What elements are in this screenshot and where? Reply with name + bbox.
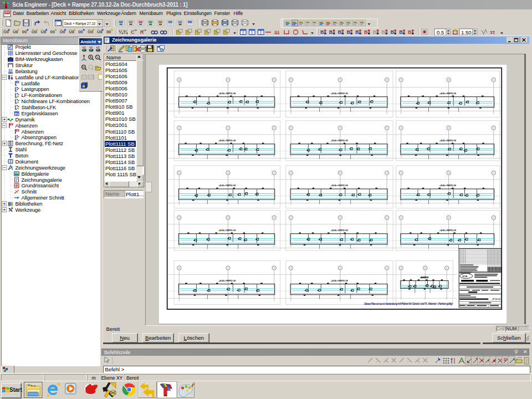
svg-text:Struktur: Struktur — [16, 63, 33, 68]
svg-text:Allgemeiner Schnitt: Allgemeiner Schnitt — [22, 195, 65, 201]
svg-text:B: B — [346, 29, 350, 35]
svg-text:Dieser Plan ist nur in Verbind: Dieser Plan ist nur in Verbindung mit Pl… — [364, 302, 453, 305]
svg-text:Zeichnungswerkzeuge: Zeichnungswerkzeuge — [16, 165, 65, 171]
svg-text:Bildergalerie: Bildergalerie — [22, 171, 49, 177]
svg-text:Stahl: Stahl — [16, 147, 27, 152]
svg-text:+26.80 = FERTIG OK: +26.80 = FERTIG OK — [218, 184, 236, 186]
svg-text:B: B — [373, 29, 377, 35]
svg-text:Deck + Rampe 27.10: Deck + Rampe 27.10 — [64, 21, 96, 26]
svg-text:00: 00 — [106, 29, 111, 34]
svg-text:+26.80 = FERTIG OK: +26.80 = FERTIG OK — [331, 279, 349, 282]
svg-text:Lastfälle: Lastfälle — [22, 81, 40, 86]
svg-text:00: 00 — [78, 29, 83, 34]
svg-text:+26.80 = FERTIG OK: +26.80 = FERTIG OK — [218, 92, 236, 94]
svg-text:B: B — [329, 29, 333, 35]
svg-text:Werkzeuge: Werkzeuge — [16, 207, 41, 213]
svg-text:+26.80 = FERTIG OK: +26.80 = FERTIG OK — [218, 279, 236, 282]
svg-text:1¶: 1¶ — [490, 30, 495, 35]
svg-text:+26.80 = FERTIG OK: +26.80 = FERTIG OK — [439, 139, 457, 141]
svg-text:+26.80 = FERTIG OK: +26.80 = FERTIG OK — [331, 139, 349, 141]
svg-text:Schnitt: Schnitt — [22, 189, 37, 195]
svg-text:27.10.12: 27.10.12 — [492, 298, 500, 300]
svg-text:0.5: 0.5 — [437, 29, 444, 35]
svg-text:Berechnung, FE-Netz: Berechnung, FE-Netz — [16, 141, 64, 146]
svg-text:B: B — [364, 29, 368, 35]
svg-text:B: B — [338, 29, 342, 35]
svg-text:Absenzen: Absenzen — [22, 129, 44, 135]
svg-text:Ü8: Ü8 — [41, 29, 47, 34]
svg-text:Stahlbeton-LFK: Stahlbeton-LFK — [22, 105, 57, 110]
svg-text:B: B — [320, 29, 324, 35]
svg-text:Bibliotheken: Bibliotheken — [16, 201, 43, 207]
svg-text:00: 00 — [22, 29, 27, 34]
svg-text:B: B — [390, 29, 394, 35]
svg-text:Dynamik: Dynamik — [16, 117, 35, 122]
svg-text:+26.80 = FERTIG OK: +26.80 = FERTIG OK — [439, 92, 457, 94]
svg-text:+26.80 = FERTIG OK: +26.80 = FERTIG OK — [218, 139, 236, 141]
svg-text:00: 00 — [50, 29, 55, 34]
svg-text:Ergebnisklassen: Ergebnisklassen — [22, 111, 58, 116]
svg-text:Absenzgruppen: Absenzgruppen — [22, 135, 57, 140]
svg-text:+26.80 = FERTIG OK: +26.80 = FERTIG OK — [331, 92, 349, 94]
svg-text:Nichtlineare LF-Kombinationen: Nichtlineare LF-Kombinationen — [22, 99, 90, 104]
svg-text:Beton: Beton — [16, 153, 29, 158]
svg-text:B: B — [399, 29, 403, 35]
svg-text:LF-Kombinationen: LF-Kombinationen — [22, 93, 63, 98]
svg-text:B: B — [355, 29, 359, 35]
svg-text:Linienraster und Geschosse: Linienraster und Geschosse — [16, 50, 78, 56]
svg-text:Grundrissansicht: Grundrissansicht — [22, 183, 59, 188]
svg-text:Dokument: Dokument — [16, 159, 39, 165]
svg-text:BIM-Werkzeugkasten: BIM-Werkzeugkasten — [16, 57, 63, 62]
svg-text:Lastgruppen: Lastgruppen — [22, 86, 49, 92]
svg-text:B: B — [382, 29, 386, 35]
svg-text:Projekt: Projekt — [16, 44, 31, 50]
svg-text:Ü8: Ü8 — [13, 29, 18, 34]
svg-text:Lastfälle und LF-Kombinationen: Lastfälle und LF-Kombinationen — [16, 75, 86, 80]
svg-text:1.50..: 1.50.. — [461, 29, 474, 35]
svg-text:B: B — [408, 29, 412, 35]
svg-text:+26.80 = FERTIG OK: +26.80 = FERTIG OK — [420, 276, 429, 278]
svg-text:+26.80 = FERTIG OK: +26.80 = FERTIG OK — [218, 229, 236, 231]
svg-text:Ü8: Ü8 — [97, 29, 103, 34]
svg-text:+26.80 = FERTIG OK: +26.80 = FERTIG OK — [439, 229, 457, 231]
svg-text:SCIA: SCIA — [462, 275, 467, 277]
svg-text:Ü8: Ü8 — [69, 29, 74, 34]
svg-text:+26.80 = FERTIG OK: +26.80 = FERTIG OK — [439, 184, 457, 186]
svg-text:+26.80 = FERTIG OK: +26.80 = FERTIG OK — [331, 229, 349, 231]
svg-text:¼¾: ¼¾ — [119, 29, 128, 35]
svg-text:+26.80 = FERTIG OK: +26.80 = FERTIG OK — [331, 184, 349, 186]
svg-text:Belastung: Belastung — [16, 69, 38, 74]
svg-text:Absenzen: Absenzen — [16, 123, 38, 129]
svg-text:Zeichnungsgalerie: Zeichnungsgalerie — [22, 177, 62, 183]
